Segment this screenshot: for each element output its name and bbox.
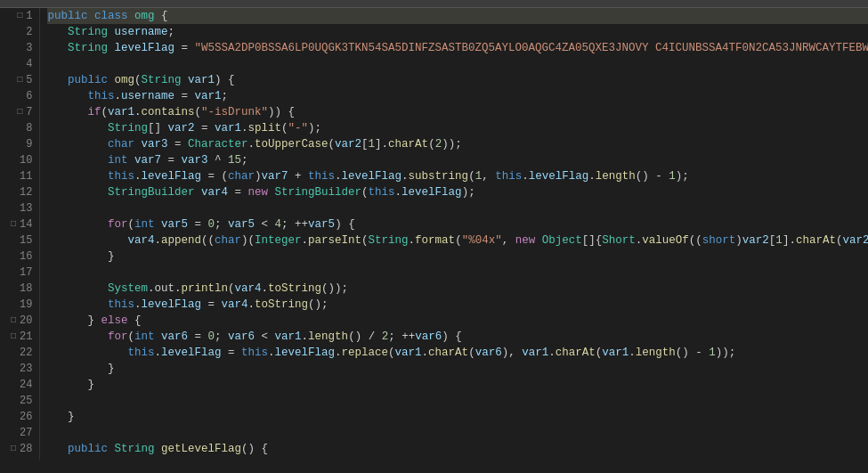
code-line: } (47, 249, 868, 265)
fold-icon[interactable]: □ (7, 441, 16, 457)
code-line: this.username = var1; (47, 88, 868, 104)
code-line: return this.levelFlag; (47, 457, 868, 460)
line-number: 23 (7, 361, 32, 377)
code-line: this.levelFlag = this.levelFlag.replace(… (47, 345, 868, 361)
line-number: □1 (7, 8, 32, 24)
line-number: □20 (7, 313, 32, 329)
code-line: StringBuilder var4 = new StringBuilder(t… (47, 184, 868, 200)
code-line: String levelFlag = "W5SSA2DP0BSSA6LP0UQG… (47, 40, 868, 56)
line-number: 18 (7, 281, 32, 297)
code-line: var4.append((char)(Integer.parseInt(Stri… (47, 232, 868, 249)
fold-icon[interactable]: □ (13, 8, 22, 24)
fold-icon[interactable]: □ (7, 313, 16, 329)
line-number: 6 (7, 88, 32, 104)
code-line: this.levelFlag = (char)var7 + this.level… (47, 168, 868, 184)
fold-icon[interactable]: □ (13, 72, 22, 88)
line-number: 3 (7, 40, 32, 56)
line-number: 8 (7, 120, 32, 136)
code-line (47, 200, 868, 216)
code-line: if(var1.contains("-isDrunk")) { (47, 104, 868, 120)
line-number: □7 (7, 104, 32, 120)
line-number: 25 (7, 393, 32, 409)
code-line: char var3 = Character.toUpperCase(var2[1… (47, 136, 868, 152)
line-number: 17 (7, 265, 32, 281)
line-number: □5 (7, 72, 32, 88)
line-number: 4 (7, 56, 32, 72)
code-line: for(int var6 = 0; var6 < var1.length() /… (47, 329, 868, 345)
line-number: 26 (7, 409, 32, 425)
code-content[interactable]: public class omg { String username; Stri… (40, 8, 868, 460)
line-number: 9 (7, 136, 32, 152)
line-number: 27 (7, 425, 32, 441)
line-number: □28 (7, 441, 32, 457)
fold-icon[interactable]: □ (7, 329, 16, 345)
line-number: 29 (7, 457, 32, 460)
line-number: □14 (7, 216, 32, 232)
line-number: 22 (7, 345, 32, 361)
code-line (47, 265, 868, 281)
line-numbers: □1234□56□78910111213□141516171819□20□212… (0, 8, 40, 460)
code-line: this.levelFlag = var4.toString(); (47, 297, 868, 313)
line-number: 15 (7, 232, 32, 249)
code-line (47, 56, 868, 72)
line-number: 11 (7, 168, 32, 184)
line-number: 19 (7, 297, 32, 313)
code-container: □1234□56□78910111213□141516171819□20□212… (0, 8, 868, 460)
code-line: } (47, 377, 868, 393)
code-line: } (47, 409, 868, 425)
code-line: for(int var5 = 0; var5 < 4; ++var5) { (47, 216, 868, 232)
fold-icon[interactable]: □ (13, 104, 22, 120)
code-line: public class omg { (47, 8, 868, 24)
line-number: □21 (7, 329, 32, 345)
line-number: 2 (7, 24, 32, 40)
code-line (47, 393, 868, 409)
code-line: String username; (47, 24, 868, 40)
line-number: 12 (7, 184, 32, 200)
code-line: public omg(String var1) { (47, 72, 868, 88)
line-number: 16 (7, 249, 32, 265)
code-line: int var7 = var3 ^ 15; (47, 152, 868, 168)
line-number: 10 (7, 152, 32, 168)
code-line (47, 425, 868, 441)
code-line: } else { (47, 313, 868, 329)
line-number: 13 (7, 200, 32, 216)
line-number: 24 (7, 377, 32, 393)
fold-icon[interactable]: □ (7, 216, 16, 232)
code-line: System.out.println(var4.toString()); (47, 281, 868, 297)
code-line: } (47, 361, 868, 377)
title-bar (0, 0, 868, 8)
code-line: String[] var2 = var1.split("-"); (47, 120, 868, 136)
code-line: public String getLevelFlag() { (47, 441, 868, 457)
